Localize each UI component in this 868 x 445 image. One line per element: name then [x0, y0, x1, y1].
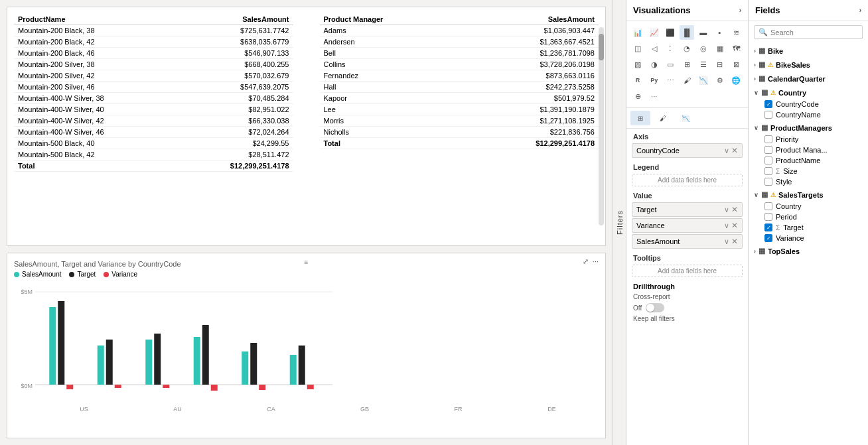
viz-icon-ribbon[interactable]: ≋ [729, 25, 743, 40]
field-checkbox[interactable] [764, 100, 772, 108]
field-name: CountryName [776, 111, 863, 119]
value-chip-remove[interactable]: ✕ [731, 205, 738, 214]
viz-icon-table[interactable]: ⊟ [713, 57, 727, 72]
value-chip-chevron[interactable]: ∨ [724, 206, 729, 214]
cell-amount: $570,032.679 [177, 70, 293, 82]
field-checkbox[interactable] [764, 213, 772, 221]
viz-icon-bar[interactable]: 📊 [630, 25, 645, 40]
value-chip-chevron[interactable]: ∨ [724, 222, 729, 230]
viz-field-format-row: ⊞ 🖌 📉 [626, 108, 748, 129]
viz-icon-treemap[interactable]: ▦ [713, 41, 727, 56]
field-group-header[interactable]: ∨ ▦ ProductManagers [749, 121, 868, 134]
viz-icon-analytics[interactable]: 📉 [696, 73, 711, 88]
field-item[interactable]: Country [749, 201, 868, 212]
more-options-icon[interactable]: ··· [593, 257, 599, 266]
table-icon: ▦ [759, 74, 765, 83]
field-item[interactable]: Period [749, 212, 868, 222]
viz-icon-stack[interactable]: ▬ [696, 25, 711, 40]
viz-icon-pie[interactable]: ◔ [680, 41, 694, 56]
fields-panel-expand[interactable]: › [859, 7, 861, 14]
field-group-header[interactable]: ∨ ▦ ⚠ Country [749, 86, 868, 99]
value-chip-chevron[interactable]: ∨ [724, 237, 729, 246]
field-checkbox[interactable] [764, 202, 772, 210]
viz-icon-100pct[interactable]: ▪ [713, 25, 727, 40]
legend-add-fields[interactable]: Add data fields here [632, 174, 743, 186]
field-item[interactable]: ΣTarget [749, 222, 868, 233]
viz-icon-custom[interactable]: ⋯ [663, 73, 678, 88]
viz-icon-donut[interactable]: ◎ [696, 41, 711, 56]
axis-chip-remove[interactable]: ✕ [731, 146, 738, 155]
viz-icon-fields-btn[interactable]: ⚙ [713, 73, 727, 88]
legend-dot [14, 272, 19, 277]
value-label: Value [626, 188, 748, 201]
analytics-btn[interactable]: 📉 [676, 111, 695, 125]
field-checkbox[interactable] [764, 178, 772, 186]
field-item[interactable]: ProductName [749, 155, 868, 166]
toggle-row: Off [633, 303, 741, 312]
viz-icon-filled-map[interactable]: ▨ [630, 57, 645, 72]
value-field-name: SalesAmount [636, 237, 680, 245]
viz-icon-format[interactable]: 🖌 [680, 73, 694, 88]
field-item[interactable]: CountryName [749, 109, 868, 120]
toggle-switch[interactable] [646, 303, 664, 312]
viz-icon-r[interactable]: R [630, 73, 645, 88]
viz-icon-power[interactable]: ⊕ [630, 89, 645, 103]
field-group-header[interactable]: › ▦ ⚠ BikeSales [749, 58, 868, 71]
table-row: Mountain-400-W Silver, 42$66,330.038 [14, 115, 293, 127]
field-name: Country [776, 202, 863, 210]
table-row: Adams$1,036,903.447 [320, 25, 599, 36]
viz-icon-map[interactable]: 🗺 [729, 41, 743, 56]
table-row: Mountain-200 Silver, 38$668,400.255 [14, 59, 293, 70]
filters-tab[interactable]: Filters [613, 0, 626, 445]
axis-chip-chevron[interactable]: ∨ [724, 147, 729, 155]
field-checkbox[interactable] [764, 146, 772, 154]
viz-icon-ellipsis[interactable]: ··· [647, 89, 662, 103]
field-item[interactable]: Priority [749, 134, 868, 145]
field-name: Target [783, 223, 863, 231]
viz-panel-expand[interactable]: › [739, 7, 741, 14]
field-item[interactable]: Style [749, 176, 868, 187]
value-chip-remove[interactable]: ✕ [731, 221, 738, 230]
field-item[interactable]: ΣSize [749, 166, 868, 176]
field-item[interactable]: CountryCode [749, 99, 868, 109]
viz-icon-kpi[interactable]: ⊞ [680, 57, 694, 72]
field-group: › ▦ Bike [749, 44, 868, 57]
field-checkbox[interactable] [764, 157, 772, 164]
viz-icon-area[interactable]: ⬛ [663, 25, 678, 40]
viz-icon-gauge[interactable]: ◑ [647, 57, 662, 72]
search-input[interactable] [770, 29, 862, 36]
viz-icon-card[interactable]: ▭ [663, 57, 678, 72]
field-checkbox[interactable] [764, 111, 772, 119]
field-checkbox[interactable] [764, 223, 772, 231]
table-row: Mountain-400-W Silver, 38$70,485.284 [14, 93, 293, 104]
field-group-header[interactable]: › ▦ TopSales [749, 245, 868, 257]
viz-icon-slicer[interactable]: ☰ [696, 57, 711, 72]
viz-icon-funnel[interactable]: ◁ [647, 41, 662, 56]
tooltips-add-fields[interactable]: Add data fields here [632, 265, 743, 277]
format-btn[interactable]: 🖌 [653, 111, 673, 125]
field-group-header[interactable]: › ▦ CalendarQuarter [749, 72, 868, 85]
viz-icon-cluster-bar[interactable]: ▐▌ [680, 25, 694, 40]
field-item[interactable]: Variance [749, 233, 868, 243]
field-btn[interactable]: ⊞ [630, 111, 650, 125]
resize-handle-top[interactable]: ≡ [305, 257, 309, 267]
viz-icon-matrix[interactable]: ⊠ [729, 57, 743, 72]
field-name: Period [776, 213, 863, 221]
table-row: Mountain-400-W Silver, 46$72,024.264 [14, 127, 293, 138]
field-item[interactable]: Product Mana... [749, 145, 868, 155]
field-group-header[interactable]: ∨ ▦ ⚠ SalesTargets [749, 188, 868, 201]
bar-sales [98, 346, 104, 385]
warning-icon: ⚠ [770, 192, 776, 198]
viz-icon-py[interactable]: Py [647, 73, 662, 88]
field-checkbox[interactable] [764, 167, 772, 175]
expand-icon[interactable]: ⤢ [583, 257, 589, 266]
field-group-header[interactable]: › ▦ Bike [749, 44, 868, 57]
value-chip-remove[interactable]: ✕ [731, 237, 738, 246]
field-checkbox[interactable] [764, 234, 772, 242]
field-checkbox[interactable] [764, 135, 772, 143]
viz-icon-globe[interactable]: 🌐 [729, 73, 743, 88]
viz-icon-waterfall[interactable]: ◫ [630, 41, 645, 56]
viz-icon-scatter[interactable]: ⁚ [663, 41, 678, 56]
vertical-scrollbar-1[interactable] [599, 27, 604, 225]
viz-icon-line[interactable]: 📈 [647, 25, 662, 40]
